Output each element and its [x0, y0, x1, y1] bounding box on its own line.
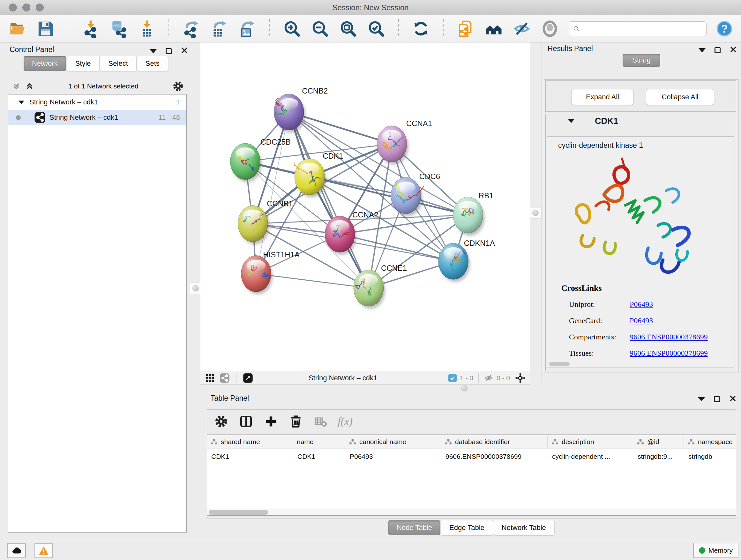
network-node-HIST1H1A[interactable]: HIST1H1A — [241, 250, 299, 294]
column-header-name[interactable]: name — [293, 435, 345, 449]
tab-style[interactable]: Style — [67, 56, 99, 71]
selected-checkbox-icon[interactable] — [448, 374, 457, 382]
network-node-CCNB2[interactable]: CCNB2 — [274, 86, 328, 133]
crosslink-link[interactable]: P06493 — [630, 300, 653, 309]
network-node-RB1[interactable]: RB1 — [453, 191, 494, 236]
crosslink-row: Pharos:P06493 — [569, 361, 729, 368]
tab-edge-table[interactable]: Edge Table — [441, 520, 493, 535]
gene-section-header[interactable]: CDK1 — [546, 114, 736, 128]
zoom-out-icon — [311, 20, 329, 38]
save-session-button[interactable] — [37, 19, 55, 38]
tab-sets[interactable]: Sets — [137, 56, 168, 71]
import-table-button[interactable] — [137, 19, 156, 38]
panel-float-icon[interactable] — [715, 47, 721, 53]
panel-float-icon[interactable] — [714, 396, 720, 402]
column-header-namespace[interactable]: namespace — [684, 435, 736, 449]
table-settings-button[interactable] — [213, 414, 229, 429]
crosslink-row: GeneCard:P06493 — [569, 313, 729, 329]
panel-menu-icon[interactable] — [150, 49, 157, 53]
expand-all-icon[interactable] — [25, 81, 35, 91]
crosslink-link[interactable]: P06493 — [630, 365, 653, 368]
export-network-button[interactable] — [182, 19, 200, 38]
network-row-selected[interactable]: String Network – cdk1 11 48 — [8, 110, 186, 125]
table-row[interactable]: CDK1CDK1P064939606.ENSP00000378699cyclin… — [207, 449, 736, 464]
crosslink-link[interactable]: 9606.ENSP00000378699 — [630, 349, 708, 358]
column-header-databaseidentifier[interactable]: database identifier — [441, 435, 548, 449]
hidden-eye-icon[interactable] — [484, 373, 493, 383]
import-network-database-button[interactable] — [109, 19, 128, 38]
first-neighbors-button[interactable] — [484, 19, 503, 38]
clone-network-button[interactable] — [456, 19, 475, 38]
panel-close-icon[interactable] — [730, 46, 737, 55]
scrollbar-thumb[interactable] — [209, 510, 268, 515]
warnings-button[interactable] — [35, 543, 53, 558]
houses-icon — [485, 20, 502, 38]
detach-view-icon[interactable] — [243, 373, 253, 383]
crosslink-link[interactable]: 9606.ENSP00000378699 — [630, 333, 708, 341]
export-table-button[interactable] — [210, 19, 228, 38]
network-collection-row[interactable]: String Network – cdk1 1 — [8, 95, 186, 110]
zoom-out-button[interactable] — [311, 19, 329, 38]
network-view-title: String Network – cdk1 — [258, 374, 444, 382]
gene-expand-icon[interactable] — [568, 119, 575, 123]
cloud-status-button[interactable] — [7, 543, 26, 558]
table-hscrollbar[interactable] — [207, 509, 736, 516]
right-splitter[interactable] — [530, 43, 542, 384]
tree-column-icon — [688, 438, 695, 445]
table-cell: cyclin-dependent ... — [548, 449, 633, 464]
panel-float-icon[interactable] — [165, 48, 172, 54]
network-node-CCNA1[interactable]: CCNA1 — [377, 119, 432, 165]
tab-node-table[interactable]: Node Table — [388, 520, 441, 535]
panel-menu-icon[interactable] — [698, 397, 705, 401]
network-edge[interactable] — [256, 112, 289, 274]
collapse-all-button[interactable]: Collapse All — [646, 89, 714, 105]
import-network-file-button[interactable] — [81, 19, 99, 38]
panel-close-icon[interactable] — [729, 395, 737, 403]
network-node-CDC25B[interactable]: CDC25B — [230, 138, 290, 182]
show-appearance-button[interactable] — [541, 19, 559, 38]
refresh-view-button[interactable] — [412, 19, 430, 38]
grid-view-icon[interactable] — [205, 373, 215, 383]
network-options-gear-icon[interactable] — [172, 80, 184, 92]
network-source-icon[interactable] — [219, 373, 230, 383]
network-view-toolbar: String Network – cdk1 1 - 0 0 - 0 — [200, 371, 530, 385]
network-canvas[interactable]: CCNB2CCNA1CDC25BCDK1CDC6RB1CCNB1CCNA2CDK… — [200, 43, 530, 371]
column-header-description[interactable]: description — [548, 435, 633, 449]
memory-button[interactable]: Memory — [693, 543, 738, 558]
zoom-selected-button[interactable] — [367, 19, 386, 38]
collapse-all-icon[interactable] — [11, 81, 21, 91]
results-hscrollbar[interactable] — [549, 362, 569, 366]
open-session-button[interactable] — [8, 19, 27, 38]
hide-selected-button[interactable] — [513, 19, 531, 38]
collection-expand-icon[interactable] — [18, 101, 24, 104]
fit-content-crosshair-icon[interactable] — [515, 372, 526, 384]
column-header-canonicalname[interactable]: canonical name — [345, 435, 441, 449]
network-node-CCNE1[interactable]: CCNE1 — [354, 264, 407, 309]
add-column-button[interactable] — [263, 414, 279, 429]
zoom-fit-button[interactable] — [339, 19, 357, 38]
control-panel-title: Control Panel — [10, 45, 54, 54]
tab-string[interactable]: String — [623, 54, 660, 67]
network-node-CDKN1A[interactable]: CDKN1A — [439, 239, 495, 282]
export-image-button[interactable] — [238, 19, 257, 38]
network-node-CDC6[interactable]: CDC6 — [391, 172, 440, 216]
network-edge[interactable] — [289, 112, 368, 288]
search-input[interactable] — [583, 24, 702, 33]
tab-select[interactable]: Select — [100, 56, 136, 71]
expand-all-button[interactable]: Expand All — [571, 89, 634, 105]
panel-menu-icon[interactable] — [698, 48, 705, 52]
left-splitter[interactable] — [191, 43, 201, 384]
tab-network-table[interactable]: Network Table — [493, 520, 554, 535]
tab-network[interactable]: Network — [23, 56, 66, 71]
memory-label: Memory — [709, 547, 733, 554]
network-edge[interactable] — [256, 273, 368, 288]
delete-column-button[interactable] — [288, 414, 304, 429]
zoom-in-button[interactable] — [283, 19, 301, 38]
show-columns-button[interactable] — [238, 414, 254, 429]
crosslink-link[interactable]: P06493 — [630, 316, 653, 325]
column-header-id[interactable]: @id — [633, 435, 684, 449]
help-button[interactable]: ? — [716, 19, 733, 38]
column-header-sharedname[interactable]: shared name — [207, 435, 293, 449]
network-node-CDK1[interactable]: CDK1 — [294, 152, 343, 198]
panel-close-icon[interactable] — [181, 47, 188, 56]
